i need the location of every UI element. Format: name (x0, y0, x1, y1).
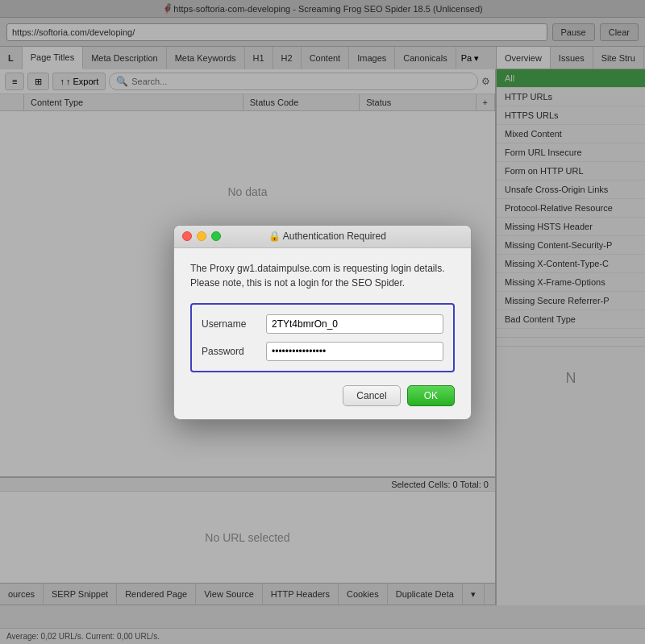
modal-titlebar: 🔒 Authentication Required (174, 226, 471, 248)
modal-message-line2: Please note, this is not a login for the… (190, 276, 455, 290)
username-input[interactable] (266, 314, 443, 334)
password-label: Password (202, 346, 266, 357)
modal-body: The Proxy gw1.dataimpulse.com is request… (174, 248, 471, 419)
username-label: Username (202, 318, 266, 330)
username-row: Username (202, 314, 443, 334)
password-input[interactable] (266, 342, 443, 361)
ok-button[interactable]: OK (407, 385, 455, 406)
modal-form: Username Password (190, 303, 455, 372)
modal-close-dot[interactable] (182, 231, 192, 241)
cancel-button[interactable]: Cancel (343, 385, 400, 406)
modal-message-line1: The Proxy gw1.dataimpulse.com is request… (190, 261, 455, 276)
modal-actions: Cancel OK (190, 385, 455, 406)
modal-overlay: 🔒 Authentication Required The Proxy gw1.… (0, 0, 645, 644)
auth-modal: 🔒 Authentication Required The Proxy gw1.… (173, 225, 472, 420)
modal-message: The Proxy gw1.dataimpulse.com is request… (190, 261, 455, 290)
password-row: Password (202, 342, 443, 361)
modal-title: 🔒 Authentication Required (192, 231, 463, 242)
